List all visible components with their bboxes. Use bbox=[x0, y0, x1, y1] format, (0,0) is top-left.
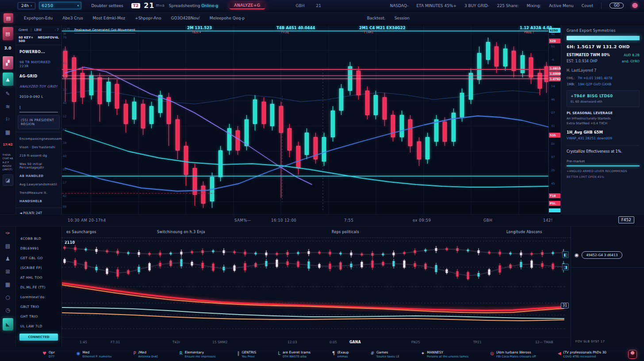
taskbar-item[interactable]: ‖ GENTRIS You Provi bbox=[237, 350, 278, 358]
taskbar-item[interactable]: R Elementary Ensure me impresses bbox=[180, 350, 238, 358]
topbar-menu-item[interactable]: Covet bbox=[582, 4, 593, 8]
rail-icon[interactable]: ⚐ bbox=[3, 115, 13, 124]
rail-icon[interactable]: ◣ bbox=[3, 318, 13, 330]
symbol-search-input[interactable]: 6250 ▾ bbox=[39, 2, 81, 9]
rail-icon[interactable]: ▦ bbox=[3, 127, 13, 137]
taskbar-item[interactable]: ♥ Opr D77 bbox=[42, 350, 77, 358]
main-chart-canvas[interactable]: (+7] |e Peakwave Generated Got-Movement … bbox=[62, 25, 561, 214]
watchlist-item[interactable]: | bbox=[19, 103, 58, 112]
taskbar-item[interactable]: ◉ Med Ethernet P. numerov bbox=[77, 350, 134, 358]
rail-icon[interactable]: ≋ bbox=[3, 102, 13, 111]
watchlist-item[interactable]: Encompassingnessessement bbox=[16, 134, 61, 143]
list-item[interactable]: (SCRIBE FP) bbox=[16, 263, 61, 273]
watchlist-item[interactable]: ANALYZED TOY GRID! bbox=[16, 81, 61, 92]
menu-item[interactable]: Most Edmkl-Mez bbox=[93, 16, 126, 20]
watchlist-item[interactable]: AB HANDLED bbox=[16, 172, 61, 180]
menu-item[interactable]: Abe3 Crus bbox=[62, 16, 83, 20]
topics-pill-button[interactable]: 49452-G4 3 d6413 bbox=[582, 251, 623, 259]
list-item[interactable]: 4COBB BLD bbox=[16, 234, 61, 243]
taskbar-item[interactable]: P /Med Antenna 0x4] bbox=[134, 350, 180, 358]
status-link[interactable]: Online-g bbox=[201, 4, 218, 8]
topbar-menu-item[interactable]: Mixing: bbox=[527, 4, 541, 8]
watchlist-item[interactable]: Was 50 initial Percentagejdtr bbox=[16, 160, 61, 172]
tab-view[interactable]: LBW bbox=[34, 28, 42, 32]
indicator-header-label[interactable]: Reps políticals bbox=[332, 230, 359, 234]
rail-icon[interactable]: ○ bbox=[3, 292, 13, 302]
watchlist-item[interactable]: 98 TR MAYORKED 223R bbox=[16, 57, 61, 71]
watchlist-item[interactable]: HANDSHELB bbox=[16, 197, 61, 205]
indicator-header-label[interactable]: Longitude Abscons bbox=[506, 230, 542, 234]
list-item[interactable]: AT HHL TOO bbox=[16, 273, 61, 282]
list-item[interactable]: Loremtext'do bbox=[16, 292, 61, 302]
indicator-header-label[interactable]: Switchinoung on h.3 Enja bbox=[157, 230, 205, 234]
pane-tool-button[interactable]: ◧ bbox=[562, 251, 569, 258]
topbar-center-item[interactable]: 21 bbox=[316, 4, 321, 8]
time-axis[interactable]: 10:30 AM 20-17h4SAM%—16:10 12:007:55ex 0… bbox=[0, 215, 644, 227]
rail-icon[interactable]: ✎ bbox=[3, 89, 13, 99]
taskbar-item[interactable]: ◎ (Atm turbans Weross FBI Coca-Mates cro… bbox=[490, 350, 557, 358]
rail-icon[interactable]: ♟ bbox=[3, 254, 13, 264]
trade-status-box[interactable]: +T94# BISG LTD60 EL 60 downward-eth bbox=[567, 90, 640, 107]
menu-item[interactable]: Expohpon-Edu bbox=[24, 16, 53, 20]
watchlist-item[interactable]: Avg.Lawyerandomsktil bbox=[16, 180, 61, 188]
rail-icon[interactable]: ▤ bbox=[3, 27, 13, 40]
pane-tool-button[interactable]: ◨ bbox=[562, 264, 569, 270]
assistant-button[interactable]: ☻ ··· bbox=[628, 350, 637, 359]
tab-chart[interactable]: Grent bbox=[19, 28, 28, 32]
watchlist-item[interactable]: 219 ft-assent-dg bbox=[16, 151, 61, 160]
menu-item[interactable]: Session bbox=[395, 16, 410, 20]
menu-item[interactable]: +Shpopr-Ano bbox=[135, 16, 161, 20]
rail-icon[interactable]: 3.0 bbox=[3, 43, 13, 53]
topbar-menu-item[interactable]: Active Menu bbox=[549, 4, 573, 8]
menu-item[interactable]: GO3O42BNov/ bbox=[171, 16, 200, 20]
rail-icon[interactable]: ▞ bbox=[3, 56, 13, 69]
list-item[interactable]: GET GBL GO bbox=[16, 253, 61, 263]
analyze-button[interactable]: ANALYZE+G bbox=[230, 2, 264, 9]
rail-icon[interactable]: THEVA CHAT AB A-Z P AVG|SV LIMIT(T) bbox=[3, 153, 13, 171]
watchlist-item[interactable]: (55) IN PRESIDENT REGION bbox=[18, 115, 60, 129]
rail-icon[interactable]: ▤ bbox=[3, 241, 13, 251]
topbar-menu-item[interactable]: ETA MINUTES 45%+ bbox=[416, 4, 456, 8]
rail-icon[interactable]: ▲ bbox=[3, 73, 13, 86]
taskbar-item[interactable]: L are Everet trams 0TH WASTE-alba bbox=[278, 350, 332, 358]
watchlist-item[interactable]: TrendMeasure It. bbox=[16, 188, 61, 197]
rail-icon[interactable]: ◪ bbox=[3, 174, 13, 186]
avatar-icon[interactable]: ☻ bbox=[632, 2, 638, 9]
rail-icon[interactable]: ▦ bbox=[3, 280, 13, 289]
taskbar-item[interactable]: # Games Source taxes LE bbox=[371, 350, 421, 358]
watchlist-item[interactable]: 2010-0-092 L bbox=[16, 92, 61, 102]
indicator-header-label[interactable]: es Saunchargos bbox=[66, 230, 96, 234]
rail-icon[interactable]: ⊞ bbox=[3, 267, 13, 277]
vwap-link[interactable]: VWAP_431 28251 down009 bbox=[567, 136, 640, 140]
list-item[interactable]: GHT TRIO bbox=[16, 311, 61, 321]
menu-item[interactable]: Backtest. bbox=[367, 16, 386, 20]
list-item[interactable]: DL.ML.FE (TT) bbox=[16, 282, 61, 292]
menu-item[interactable]: Meleepohe Qeq-p bbox=[210, 16, 245, 20]
clock-badge[interactable]: F452 bbox=[618, 216, 634, 223]
taskbar-item[interactable]: ¶ (Exaup emmas bbox=[332, 350, 371, 358]
list-item[interactable]: UL LAW 7LD bbox=[16, 321, 61, 331]
watchlist-item[interactable]: AG-GRID bbox=[16, 71, 61, 81]
watchlist-item[interactable]: Vison · Des'hastenshi bbox=[16, 143, 61, 151]
topbar-center-item[interactable]: GBH bbox=[296, 4, 305, 8]
go-toggle[interactable]: GO bbox=[610, 3, 624, 8]
list-item[interactable]: DBL69991 bbox=[16, 243, 61, 253]
list-item[interactable]: GBLT TRIO bbox=[16, 302, 61, 311]
taskbar-item[interactable]: ✦ MANNESY Persons at the unsees tames bbox=[421, 350, 490, 358]
period-selector[interactable]: 24h ▾ bbox=[18, 2, 35, 9]
rail-icon[interactable]: ✑ bbox=[3, 228, 13, 238]
rail-icon[interactable]: 17/42 bbox=[3, 140, 13, 150]
app-logo-icon[interactable]: ▤ bbox=[4, 13, 13, 23]
row-link[interactable]: 19H Q2P GVD GXHB bbox=[578, 82, 611, 86]
row-link[interactable]: 7H +0.01 1981.4078 bbox=[578, 76, 613, 80]
topbar-menu-item[interactable]: 225 Share: bbox=[497, 4, 519, 8]
rail-icon[interactable]: ◷ bbox=[3, 305, 13, 315]
timeframe-badge[interactable]: T2 bbox=[131, 3, 140, 8]
topbar-menu-item[interactable]: 3 BUY GRID- bbox=[464, 4, 489, 8]
watchlist-item[interactable]: POWERBO... bbox=[16, 47, 61, 57]
connect-button[interactable]: CONNECTED bbox=[19, 334, 58, 341]
taskbar-item[interactable]: ◀ (TV professionals PhDs 30 COVG 4TB) re… bbox=[558, 350, 628, 358]
chart-legend[interactable]: Peakwave Generated Got-Movement bbox=[74, 28, 135, 34]
indicator-panels-canvas[interactable]: es SaunchargosSwitchinoung on h.3 EnjaRe… bbox=[62, 227, 571, 347]
topbar-menu-item[interactable]: NASDAQ- bbox=[390, 4, 408, 8]
